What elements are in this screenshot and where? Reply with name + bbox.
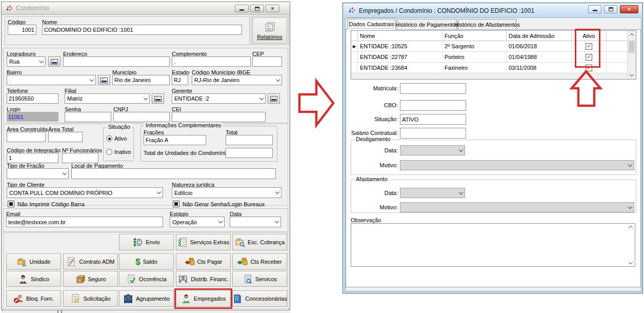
afastamento-motivo-select[interactable]	[400, 202, 634, 212]
close-button[interactable]: ×	[266, 5, 279, 12]
window-title: Condomínio	[16, 5, 49, 12]
bloq-forn-button[interactable]: Bloq. Forn.	[6, 290, 61, 307]
nao-imprimir-label: Não Imprimir Código Barra	[17, 201, 85, 207]
salario-label: Salário Contratual:	[348, 130, 398, 136]
data-select[interactable]	[230, 217, 281, 227]
gerente-select[interactable]: ENTIDADE :2	[172, 93, 266, 104]
scroll-down-icon[interactable]	[629, 260, 633, 264]
envio-button[interactable]: Envio	[119, 234, 174, 250]
maximize-button[interactable]	[604, 5, 617, 13]
red-up-arrow	[569, 69, 605, 110]
cts-receber-button[interactable]: Cts Receber	[232, 253, 287, 270]
salario-input[interactable]	[400, 128, 466, 139]
chevron-down-icon	[459, 190, 463, 194]
codigo-input[interactable]: 1001	[8, 25, 36, 35]
endereco-input[interactable]	[63, 56, 170, 67]
situacao-group: Situação Ativo Inativo	[103, 127, 134, 161]
situacao-ativo-option[interactable]: Ativo	[106, 135, 127, 142]
esc-cobranca-button[interactable]: Esc. Cobrança	[232, 234, 287, 250]
seguro-button[interactable]: Seguro	[63, 271, 118, 287]
ocorrencia-button[interactable]: Ocorrência	[119, 271, 174, 287]
tipo-fracao-select[interactable]	[7, 168, 69, 179]
scroll-up-icon[interactable]	[630, 33, 634, 37]
column-header-admissao[interactable]: Data de Admissão	[507, 31, 572, 41]
servicos-extras-button[interactable]: Serviços Extras	[176, 234, 231, 250]
column-header-funcao[interactable]: Função	[442, 31, 507, 41]
natureza-juridica-select[interactable]: Edilício	[172, 187, 281, 198]
scroll-up-icon[interactable]	[629, 226, 633, 230]
nao-gerar-checkbox[interactable]	[173, 201, 179, 207]
area-construida-input[interactable]	[7, 132, 46, 142]
ibge-select[interactable]: RJ-Rio de Janeiro	[192, 75, 282, 85]
maximize-icon	[255, 7, 259, 11]
logradouro-lookup-button[interactable]	[48, 56, 61, 67]
estagio-select[interactable]: Operação	[170, 217, 225, 227]
grid-vertical-scrollbar[interactable]	[627, 31, 636, 79]
cnpj-input[interactable]	[113, 112, 170, 122]
gerente-lookup-button[interactable]	[268, 93, 280, 104]
contrato-adm-button[interactable]: Contrato ADM	[63, 253, 118, 270]
email-input[interactable]: teste@testxxxe.com.br	[6, 217, 163, 227]
unidade-button[interactable]: Unidade	[6, 253, 61, 270]
app-logo-icon	[348, 7, 355, 14]
tab-historico-pagamentos[interactable]: Histórico de Pagamentos	[397, 19, 457, 30]
condominio-titlebar[interactable]: Condomínio ×	[2, 2, 290, 15]
matricula-input[interactable]	[400, 83, 466, 94]
column-header-nome[interactable]: Nome	[358, 31, 442, 41]
cep-input[interactable]	[252, 56, 282, 67]
cei-input[interactable]	[172, 112, 266, 122]
servicos-button[interactable]: Servicos	[232, 271, 287, 287]
fracoes-input[interactable]: Fração A	[144, 135, 206, 145]
minimize-button[interactable]	[235, 5, 249, 12]
desligamento-data-select[interactable]	[400, 145, 465, 155]
nao-imprimir-checkbox[interactable]	[8, 201, 14, 207]
solicitacao-button[interactable]: Solicitação	[63, 290, 118, 307]
total-unidades-input[interactable]	[226, 148, 273, 158]
relatorios-button[interactable]: Relatórios	[252, 17, 287, 44]
cts-pagar-button[interactable]: Cts Pagar	[176, 253, 231, 270]
situacao-detail-input[interactable]: ATIVO	[400, 114, 466, 125]
tab-dados-cadastrais[interactable]: Dados Cadastrais	[347, 18, 396, 30]
window-title: Empregados / Condomínio : CONDOMÍNIO DO …	[359, 7, 534, 14]
situacao-detail-label: Situação:	[348, 116, 398, 122]
minimize-icon	[593, 10, 597, 11]
relatorios-label: Relatórios	[257, 34, 283, 40]
filial-select[interactable]: Matriz	[65, 93, 150, 104]
scroll-down-icon[interactable]	[630, 72, 634, 76]
tab-historico-afastamentos[interactable]: Histórico de Afastamentos	[458, 19, 516, 30]
bairro-select[interactable]: .	[7, 75, 96, 85]
complemento-input[interactable]: .	[172, 56, 251, 67]
minimize-button[interactable]	[588, 5, 601, 13]
bairro-lookup-button[interactable]	[98, 75, 110, 85]
agrupamento-button[interactable]: Agrupamento	[119, 290, 174, 307]
tipo-cliente-select[interactable]: CONTA PULL COM DOMÍNIO PRÓPRIO	[7, 187, 163, 198]
municipio-input[interactable]: Rio de Janeiro	[112, 75, 170, 85]
observacao-textarea[interactable]	[351, 223, 635, 267]
area-total-input[interactable]	[48, 132, 83, 142]
nome-input[interactable]: CONDOMÍNIO DO EDIFICIO :1001	[42, 25, 242, 35]
login-value: 11001	[7, 112, 58, 122]
situacao-inativo-option[interactable]: Inativo	[106, 149, 131, 155]
close-button[interactable]: ×	[620, 5, 638, 13]
info-total-input[interactable]	[226, 135, 273, 145]
chevron-down-icon	[275, 219, 279, 223]
scrollbar-thumb[interactable]	[629, 41, 635, 53]
condominio-window: Condomínio × Código 1001 Nome CONDOMÍNIO…	[1, 2, 290, 309]
sindico-button[interactable]: Sindico	[6, 271, 61, 287]
afastamento-data-select[interactable]	[400, 188, 465, 198]
desligamento-motivo-select[interactable]	[400, 160, 634, 170]
distrib-financ-button[interactable]: Distrib. Financ.	[176, 271, 231, 287]
estado-input[interactable]: RJ	[172, 75, 188, 85]
codigo-integracao-input[interactable]: 1	[7, 153, 58, 163]
maximize-button[interactable]	[250, 5, 264, 12]
cbo-input[interactable]	[400, 100, 466, 111]
local-pagamento-input[interactable]	[71, 168, 276, 179]
filial-lookup-button[interactable]	[152, 93, 164, 104]
logradouro-select[interactable]: Rua	[7, 56, 46, 67]
num-funcionarios-input[interactable]	[62, 153, 98, 163]
concessionarias-button[interactable]: Concessionárias	[232, 290, 287, 307]
saldo-button[interactable]: $ Saldo	[119, 253, 174, 270]
chevron-down-icon	[90, 77, 94, 81]
telefone-input[interactable]: 21950550	[7, 93, 58, 104]
senha-input[interactable]	[65, 112, 111, 122]
